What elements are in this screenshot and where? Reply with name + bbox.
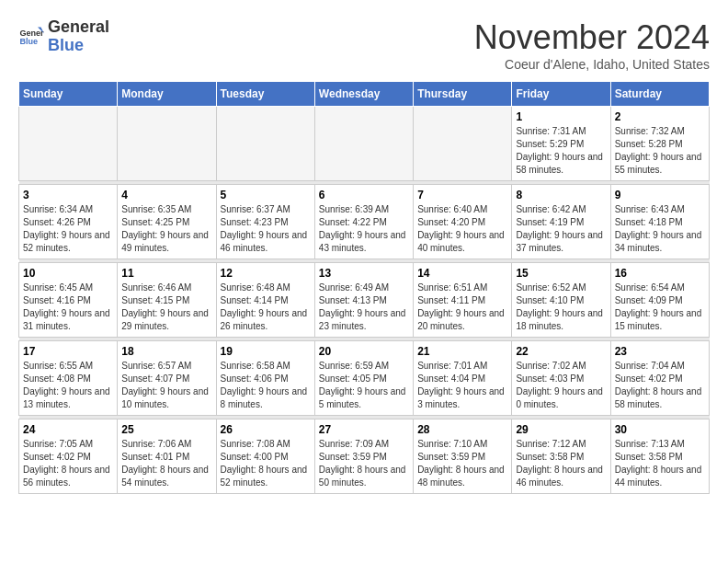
day-cell xyxy=(314,107,413,181)
day-info: Sunrise: 6:55 AM Sunset: 4:08 PM Dayligh… xyxy=(23,360,113,411)
day-info: Sunrise: 6:51 AM Sunset: 4:11 PM Dayligh… xyxy=(417,282,507,333)
logo-line1: General xyxy=(48,18,109,37)
day-number: 22 xyxy=(516,345,606,358)
day-info: Sunrise: 7:10 AM Sunset: 3:59 PM Dayligh… xyxy=(417,438,507,489)
day-info: Sunrise: 6:58 AM Sunset: 4:06 PM Dayligh… xyxy=(221,360,311,411)
day-cell: 23Sunrise: 7:04 AM Sunset: 4:02 PM Dayli… xyxy=(610,341,709,416)
day-cell: 10Sunrise: 6:45 AM Sunset: 4:16 PM Dayli… xyxy=(19,263,118,338)
day-cell: 9Sunrise: 6:43 AM Sunset: 4:18 PM Daylig… xyxy=(610,185,709,259)
day-info: Sunrise: 6:49 AM Sunset: 4:13 PM Dayligh… xyxy=(319,282,409,333)
day-info: Sunrise: 6:42 AM Sunset: 4:19 PM Dayligh… xyxy=(516,203,606,255)
day-number: 9 xyxy=(615,189,705,201)
svg-text:Blue: Blue xyxy=(19,37,38,46)
logo: General Blue General Blue xyxy=(18,18,109,55)
day-number: 7 xyxy=(417,189,507,201)
day-number: 24 xyxy=(23,423,113,436)
day-number: 30 xyxy=(615,423,705,436)
day-number: 6 xyxy=(319,189,409,201)
day-number: 20 xyxy=(319,345,409,358)
day-info: Sunrise: 6:52 AM Sunset: 4:10 PM Dayligh… xyxy=(516,282,606,333)
day-info: Sunrise: 7:01 AM Sunset: 4:04 PM Dayligh… xyxy=(417,360,507,411)
day-info: Sunrise: 7:31 AM Sunset: 5:29 PM Dayligh… xyxy=(516,125,606,177)
page-header: General Blue General Blue November 2024 … xyxy=(18,18,710,72)
day-info: Sunrise: 6:39 AM Sunset: 4:22 PM Dayligh… xyxy=(319,203,409,255)
col-friday: Friday xyxy=(512,82,610,107)
day-number: 18 xyxy=(121,345,211,358)
day-cell: 4Sunrise: 6:35 AM Sunset: 4:25 PM Daylig… xyxy=(118,185,216,259)
col-sunday: Sunday xyxy=(19,82,118,107)
day-cell: 28Sunrise: 7:10 AM Sunset: 3:59 PM Dayli… xyxy=(414,419,512,494)
day-number: 12 xyxy=(221,267,311,280)
day-cell: 7Sunrise: 6:40 AM Sunset: 4:20 PM Daylig… xyxy=(414,185,512,259)
title-area: November 2024 Coeur d'Alene, Idaho, Unit… xyxy=(474,18,710,72)
day-cell: 6Sunrise: 6:39 AM Sunset: 4:22 PM Daylig… xyxy=(314,185,413,259)
day-cell xyxy=(19,107,118,181)
day-info: Sunrise: 6:59 AM Sunset: 4:05 PM Dayligh… xyxy=(319,360,409,411)
day-number: 27 xyxy=(319,423,409,436)
col-monday: Monday xyxy=(118,82,216,107)
day-cell: 18Sunrise: 6:57 AM Sunset: 4:07 PM Dayli… xyxy=(118,341,216,416)
logo-icon: General Blue xyxy=(18,24,44,50)
day-cell: 25Sunrise: 7:06 AM Sunset: 4:01 PM Dayli… xyxy=(118,419,216,494)
day-info: Sunrise: 6:37 AM Sunset: 4:23 PM Dayligh… xyxy=(221,203,311,255)
location-title: Coeur d'Alene, Idaho, United States xyxy=(474,57,710,72)
day-info: Sunrise: 6:35 AM Sunset: 4:25 PM Dayligh… xyxy=(121,203,211,255)
day-info: Sunrise: 7:02 AM Sunset: 4:03 PM Dayligh… xyxy=(516,360,606,411)
day-number: 11 xyxy=(121,267,211,280)
month-title: November 2024 xyxy=(474,18,710,57)
week-row-1: 1Sunrise: 7:31 AM Sunset: 5:29 PM Daylig… xyxy=(19,107,710,181)
day-cell: 17Sunrise: 6:55 AM Sunset: 4:08 PM Dayli… xyxy=(19,341,118,416)
day-number: 14 xyxy=(417,267,507,280)
logo-wordmark: General Blue xyxy=(48,18,109,55)
day-cell: 19Sunrise: 6:58 AM Sunset: 4:06 PM Dayli… xyxy=(216,341,314,416)
day-info: Sunrise: 7:05 AM Sunset: 4:02 PM Dayligh… xyxy=(23,438,113,489)
day-cell xyxy=(216,107,314,181)
day-cell: 3Sunrise: 6:34 AM Sunset: 4:26 PM Daylig… xyxy=(19,185,118,259)
day-cell: 22Sunrise: 7:02 AM Sunset: 4:03 PM Dayli… xyxy=(512,341,610,416)
day-info: Sunrise: 7:09 AM Sunset: 3:59 PM Dayligh… xyxy=(319,438,409,489)
day-cell: 20Sunrise: 6:59 AM Sunset: 4:05 PM Dayli… xyxy=(314,341,413,416)
day-cell: 1Sunrise: 7:31 AM Sunset: 5:29 PM Daylig… xyxy=(512,107,610,181)
day-info: Sunrise: 6:45 AM Sunset: 4:16 PM Dayligh… xyxy=(23,282,113,333)
day-cell: 27Sunrise: 7:09 AM Sunset: 3:59 PM Dayli… xyxy=(314,419,413,494)
day-number: 13 xyxy=(319,267,409,280)
header-row: Sunday Monday Tuesday Wednesday Thursday… xyxy=(19,82,710,107)
day-number: 8 xyxy=(516,189,606,201)
day-cell: 8Sunrise: 6:42 AM Sunset: 4:19 PM Daylig… xyxy=(512,185,610,259)
col-wednesday: Wednesday xyxy=(314,82,413,107)
day-info: Sunrise: 7:12 AM Sunset: 3:58 PM Dayligh… xyxy=(516,438,606,489)
day-cell: 13Sunrise: 6:49 AM Sunset: 4:13 PM Dayli… xyxy=(314,263,413,338)
logo-line2: Blue xyxy=(48,37,109,55)
calendar-table: Sunday Monday Tuesday Wednesday Thursday… xyxy=(18,81,710,494)
col-tuesday: Tuesday xyxy=(216,82,314,107)
week-row-2: 3Sunrise: 6:34 AM Sunset: 4:26 PM Daylig… xyxy=(19,185,710,259)
col-saturday: Saturday xyxy=(610,82,709,107)
day-info: Sunrise: 6:48 AM Sunset: 4:14 PM Dayligh… xyxy=(221,282,311,333)
day-cell: 11Sunrise: 6:46 AM Sunset: 4:15 PM Dayli… xyxy=(118,263,216,338)
day-info: Sunrise: 7:13 AM Sunset: 3:58 PM Dayligh… xyxy=(615,438,705,489)
day-cell: 29Sunrise: 7:12 AM Sunset: 3:58 PM Dayli… xyxy=(512,419,610,494)
day-info: Sunrise: 7:08 AM Sunset: 4:00 PM Dayligh… xyxy=(221,438,311,489)
day-cell: 16Sunrise: 6:54 AM Sunset: 4:09 PM Dayli… xyxy=(610,263,709,338)
day-info: Sunrise: 6:46 AM Sunset: 4:15 PM Dayligh… xyxy=(121,282,211,333)
day-cell: 2Sunrise: 7:32 AM Sunset: 5:28 PM Daylig… xyxy=(610,107,709,181)
day-number: 3 xyxy=(23,189,113,201)
day-number: 1 xyxy=(516,110,606,123)
day-info: Sunrise: 6:43 AM Sunset: 4:18 PM Dayligh… xyxy=(615,203,705,255)
day-number: 26 xyxy=(221,423,311,436)
day-cell: 26Sunrise: 7:08 AM Sunset: 4:00 PM Dayli… xyxy=(216,419,314,494)
day-cell: 30Sunrise: 7:13 AM Sunset: 3:58 PM Dayli… xyxy=(610,419,709,494)
day-number: 17 xyxy=(23,345,113,358)
day-number: 25 xyxy=(121,423,211,436)
week-row-4: 17Sunrise: 6:55 AM Sunset: 4:08 PM Dayli… xyxy=(19,341,710,416)
day-number: 21 xyxy=(417,345,507,358)
day-info: Sunrise: 6:54 AM Sunset: 4:09 PM Dayligh… xyxy=(615,282,705,333)
day-number: 29 xyxy=(516,423,606,436)
day-number: 15 xyxy=(516,267,606,280)
day-number: 2 xyxy=(615,110,705,123)
day-cell: 5Sunrise: 6:37 AM Sunset: 4:23 PM Daylig… xyxy=(216,185,314,259)
day-number: 19 xyxy=(221,345,311,358)
day-number: 16 xyxy=(615,267,705,280)
day-cell: 15Sunrise: 6:52 AM Sunset: 4:10 PM Dayli… xyxy=(512,263,610,338)
day-info: Sunrise: 6:57 AM Sunset: 4:07 PM Dayligh… xyxy=(121,360,211,411)
